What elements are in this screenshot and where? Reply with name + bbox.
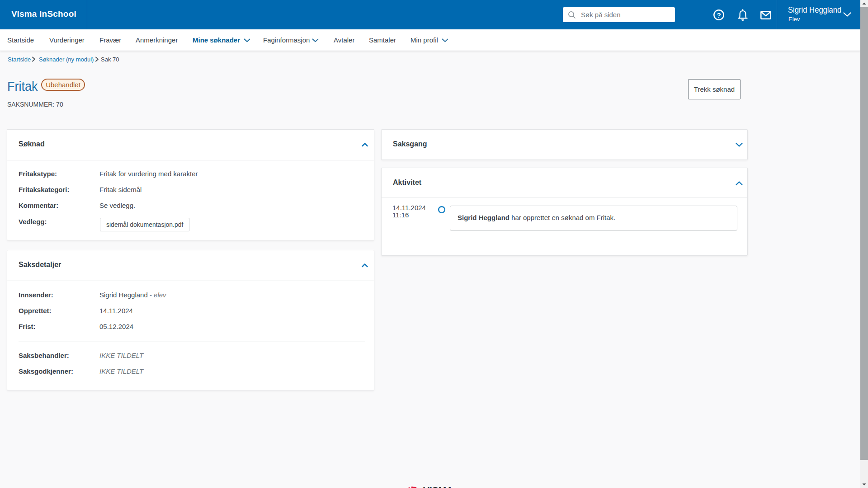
svg-text:VISMA: VISMA xyxy=(423,486,453,488)
svg-text:?: ? xyxy=(717,11,721,19)
